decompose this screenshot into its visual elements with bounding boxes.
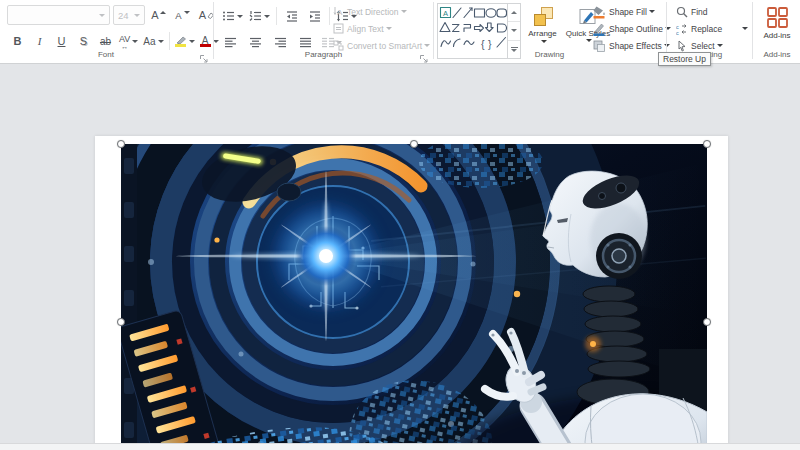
gallery-scroll-up-button[interactable] [508, 4, 520, 21]
chevron-down-icon [717, 44, 723, 47]
chevron-down-icon [189, 40, 195, 43]
font-size-value: 24 [118, 10, 132, 21]
chevron-down-icon [401, 10, 407, 13]
shape-outline-icon [592, 22, 606, 36]
textbox-glyph: A [443, 9, 448, 18]
addins-group-label: Add-ins [754, 49, 800, 61]
spacing-arrows-icon: ↔ [121, 44, 128, 49]
right-brace-glyph: } [488, 38, 492, 50]
left-panel [121, 144, 137, 450]
font-dialog-launcher[interactable] [199, 50, 209, 60]
chevron-down-icon [132, 40, 138, 43]
font-color-bar [200, 44, 211, 47]
text-direction-button[interactable]: A Text Direction [333, 4, 407, 19]
paragraph-group-label: Paragraph [215, 49, 432, 61]
outdent-icon [286, 10, 298, 22]
paragraph-dialog-launcher[interactable] [419, 50, 429, 60]
selected-picture[interactable] [121, 144, 707, 450]
divider [752, 2, 753, 59]
justify-icon [300, 37, 311, 48]
font-group: 24 A A A B I U S ab AV↔ [0, 0, 212, 62]
replace-icon: cc [676, 23, 688, 35]
chevron-down-icon [649, 10, 655, 13]
search-icon [676, 6, 688, 18]
chevron-down-icon [134, 14, 140, 17]
find-button[interactable]: Find [676, 4, 708, 19]
highlight-color-bar [175, 44, 186, 47]
decrease-font-size-button[interactable]: A [172, 4, 193, 26]
addins-icon [766, 6, 789, 29]
text-direction-icon: A [333, 6, 344, 17]
replace-button[interactable]: cc Replace [676, 21, 748, 36]
align-text-button[interactable]: Align Text [333, 21, 392, 36]
shape-outline-button[interactable]: Shape Outline [592, 21, 671, 36]
font-size-combo[interactable]: 24 [113, 5, 145, 25]
svg-text:A: A [337, 8, 343, 17]
chevron-down-icon [99, 14, 105, 17]
selection-handle-middle-left[interactable] [117, 318, 125, 326]
robot-ai-engine-image [121, 144, 707, 450]
chevron-down-icon [158, 40, 164, 43]
gallery-scroll-down-button[interactable] [508, 21, 520, 39]
chevron-down-icon [237, 15, 243, 18]
chevron-down-icon [264, 15, 270, 18]
divider [433, 2, 434, 59]
decrease-indent-button[interactable] [281, 5, 302, 27]
paragraph-group: A Text Direction Align Text Convert to S… [215, 0, 432, 62]
align-center-icon [250, 37, 261, 48]
svg-text:c: c [676, 30, 679, 35]
arrange-icon [533, 7, 553, 27]
shape-fill-button[interactable]: Shape Fill [592, 4, 655, 19]
bullets-button[interactable] [220, 5, 245, 27]
shape-fill-icon [592, 5, 606, 19]
left-brace-glyph: { [481, 38, 485, 50]
align-text-icon [333, 23, 344, 34]
restore-up-tooltip: Restore Up [658, 52, 711, 66]
shapes-gallery-icons: A { } [439, 5, 507, 55]
divider [213, 2, 214, 59]
chevron-down-icon [386, 27, 392, 30]
font-name-combo[interactable] [7, 5, 110, 25]
bullet-list-icon [222, 10, 235, 22]
increase-font-size-button[interactable]: A [148, 4, 169, 26]
chevron-down-icon [742, 27, 748, 30]
indent-icon [309, 10, 321, 22]
align-right-icon [275, 37, 286, 48]
ribbon: 24 A A A B I U S ab AV↔ [0, 0, 800, 64]
divider [666, 2, 667, 59]
divider [276, 7, 277, 25]
status-bar [0, 443, 800, 450]
selection-handle-top-center[interactable] [410, 140, 418, 148]
increase-indent-button[interactable] [304, 5, 325, 27]
divider [329, 7, 330, 25]
drawing-group-label: Drawing [435, 49, 664, 61]
drawing-group: A { } Arrange [435, 0, 664, 62]
slide-workspace: (Ctrl) [0, 64, 800, 444]
numbering-button[interactable] [247, 5, 272, 27]
font-group-label: Font [0, 49, 212, 61]
addins-group: Add-ins Add-ins [754, 0, 800, 62]
selection-handle-top-right[interactable] [703, 140, 711, 148]
chevron-down-icon [424, 44, 430, 47]
chevron-down-icon [541, 40, 547, 43]
numbered-list-icon [249, 10, 262, 22]
caret-down-icon [184, 11, 190, 14]
selection-handle-middle-right[interactable] [703, 318, 711, 326]
divider [169, 32, 170, 50]
selection-handle-top-left[interactable] [117, 140, 125, 148]
caret-up-icon [160, 11, 166, 14]
align-left-icon [225, 37, 236, 48]
